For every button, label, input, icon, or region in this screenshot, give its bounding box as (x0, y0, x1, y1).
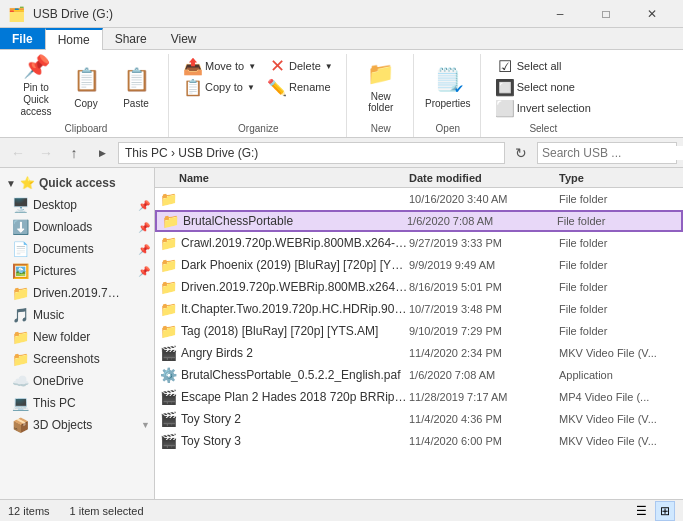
rename-button[interactable]: ✏️ Rename (263, 77, 338, 97)
sidebar-item-music[interactable]: 🎵 Music (0, 304, 154, 326)
sidebar-item-downloads[interactable]: ⬇️ Downloads 📌 (0, 216, 154, 238)
file-type: File folder (559, 237, 679, 249)
sidebar-item-documents[interactable]: 📄 Documents 📌 (0, 238, 154, 260)
paste-icon: 📋 (120, 64, 152, 96)
sidebar-item-new-folder[interactable]: 📁 New folder (0, 326, 154, 348)
select-all-button[interactable]: ☑ Select all (491, 56, 596, 76)
title-bar: 🗂️ USB Drive (G:) – □ ✕ (0, 0, 683, 28)
paste-button[interactable]: 📋 Paste (112, 56, 160, 116)
back-button[interactable]: ← (6, 141, 30, 165)
select-buttons: ☑ Select all 🔲 Select none ⬜ Invert sele… (491, 54, 596, 123)
ribbon-group-select: ☑ Select all 🔲 Select none ⬜ Invert sele… (483, 54, 604, 137)
recent-locations-button[interactable]: ▶ (90, 141, 114, 165)
tab-home[interactable]: Home (45, 28, 103, 50)
pin-icon-dl: 📌 (138, 222, 150, 233)
new-folder-button[interactable]: 📁 New folder (357, 56, 405, 116)
table-row[interactable]: 🎬 Toy Story 2 11/4/2020 4:36 PM MKV Vide… (155, 408, 683, 430)
table-row[interactable]: 📁 It.Chapter.Two.2019.720p.HC.HDRip.900.… (155, 298, 683, 320)
date-column-header[interactable]: Date modified (409, 172, 559, 184)
ribbon-tabs: File Home Share View (0, 28, 683, 50)
tab-share[interactable]: Share (103, 28, 159, 49)
ribbon-group-organize: 📤 Move to ▼ 📋 Copy to ▼ ✕ Delete ▼ ✏️ (171, 54, 347, 137)
onedrive-label: OneDrive (33, 374, 84, 388)
table-row[interactable]: 📁 Crawl.2019.720p.WEBRip.800MB.x264-Gal.… (155, 232, 683, 254)
large-icons-view-button[interactable]: ⊞ (655, 501, 675, 521)
file-date: 11/4/2020 6:00 PM (409, 435, 559, 447)
sidebar-item-onedrive[interactable]: ☁️ OneDrive (0, 370, 154, 392)
3dobjects-icon: 📦 (12, 417, 29, 433)
quick-access-label: Quick access (39, 176, 116, 190)
sidebar-item-3dobjects[interactable]: 📦 3D Objects ▼ (0, 414, 154, 436)
select-none-button[interactable]: 🔲 Select none (491, 77, 596, 97)
file-name: Toy Story 3 (181, 434, 409, 448)
app-icon: ⚙️ (159, 367, 177, 383)
table-row[interactable]: 🎬 Angry Birds 2 11/4/2020 2:34 PM MKV Vi… (155, 342, 683, 364)
organize-group-label: Organize (179, 123, 338, 137)
folder-icon: 📁 (159, 301, 177, 317)
address-path[interactable]: This PC › USB Drive (G:) (118, 142, 505, 164)
tab-view[interactable]: View (159, 28, 209, 49)
invert-selection-button[interactable]: ⬜ Invert selection (491, 98, 596, 118)
search-input[interactable] (542, 146, 683, 160)
table-row[interactable]: 📁 BrutalChessPortable 1/6/2020 7:08 AM F… (155, 210, 683, 232)
close-button[interactable]: ✕ (629, 0, 675, 28)
table-row[interactable]: 📁 Driven.2019.720p.WEBRip.800MB.x264-G..… (155, 276, 683, 298)
file-type: MKV Video File (V... (559, 347, 679, 359)
pin-quick-access-button[interactable]: 📌 Pin to Quick access (12, 56, 60, 116)
forward-button[interactable]: → (34, 141, 58, 165)
window-controls: – □ ✕ (537, 0, 675, 28)
sidebar-item-driven[interactable]: 📁 Driven.2019.720p (0, 282, 154, 304)
sidebar-item-desktop[interactable]: 🖥️ Desktop 📌 (0, 194, 154, 216)
file-name: Escape Plan 2 Hades 2018 720p BRRip 700.… (181, 390, 409, 404)
view-buttons: ☰ ⊞ (631, 501, 675, 521)
table-row[interactable]: 📁 Tag (2018) [BluRay] [720p] [YTS.AM] 9/… (155, 320, 683, 342)
quick-access-header[interactable]: ▼ ⭐ Quick access (0, 172, 154, 194)
properties-button[interactable]: 🗒️ ✔ Properties (424, 56, 472, 116)
move-dropdown-arrow: ▼ (248, 62, 256, 71)
copy-to-button[interactable]: 📋 Copy to ▼ (179, 77, 261, 97)
table-row[interactable]: 🎬 Toy Story 3 11/4/2020 6:00 PM MKV Vide… (155, 430, 683, 452)
maximize-button[interactable]: □ (583, 0, 629, 28)
select-none-icon: 🔲 (496, 78, 514, 96)
folder-icon: 📁 (159, 323, 177, 339)
documents-icon: 📄 (12, 241, 29, 257)
file-type: Application (559, 369, 679, 381)
search-box[interactable]: 🔍 (537, 142, 677, 164)
copy-button[interactable]: 📋 Copy (62, 56, 110, 116)
copy-to-icon: 📋 (184, 78, 202, 96)
tab-file[interactable]: File (0, 28, 45, 49)
file-name: BrutalChessPortable_0.5.2.2_English.paf (181, 368, 409, 382)
delete-button[interactable]: ✕ Delete ▼ (263, 56, 338, 76)
table-row[interactable]: 📁 10/16/2020 3:40 AM File folder (155, 188, 683, 210)
pictures-icon: 🖼️ (12, 263, 29, 279)
refresh-button[interactable]: ↻ (509, 141, 533, 165)
file-list-area: Name Date modified Type 📁 10/16/2020 3:4… (155, 168, 683, 499)
new-folder-nav-label: New folder (33, 330, 90, 344)
file-type: File folder (559, 303, 679, 315)
window-title: USB Drive (G:) (33, 7, 537, 21)
file-type: File folder (559, 281, 679, 293)
file-name: BrutalChessPortable (183, 214, 407, 228)
sidebar-item-thispc[interactable]: 💻 This PC (0, 392, 154, 414)
sidebar-item-pictures[interactable]: 🖼️ Pictures 📌 (0, 260, 154, 282)
properties-label: Properties (425, 98, 471, 109)
details-view-button[interactable]: ☰ (631, 501, 651, 521)
table-row[interactable]: ⚙️ BrutalChessPortable_0.5.2.2_English.p… (155, 364, 683, 386)
table-row[interactable]: 📁 Dark Phoenix (2019) [BluRay] [720p] [Y… (155, 254, 683, 276)
file-date: 11/4/2020 4:36 PM (409, 413, 559, 425)
address-bar: ← → ↑ ▶ This PC › USB Drive (G:) ↻ 🔍 (0, 138, 683, 168)
select-all-icon: ☑ (496, 57, 514, 75)
breadcrumb: This PC › USB Drive (G:) (125, 146, 258, 160)
name-column-header[interactable]: Name (159, 172, 409, 184)
paste-label: Paste (123, 98, 149, 109)
table-row[interactable]: 🎬 Escape Plan 2 Hades 2018 720p BRRip 70… (155, 386, 683, 408)
up-button[interactable]: ↑ (62, 141, 86, 165)
minimize-button[interactable]: – (537, 0, 583, 28)
type-column-header[interactable]: Type (559, 172, 679, 184)
move-to-button[interactable]: 📤 Move to ▼ (179, 56, 261, 76)
3dobjects-label: 3D Objects (33, 418, 92, 432)
file-type: MKV Video File (V... (559, 413, 679, 425)
file-date: 1/6/2020 7:08 AM (407, 215, 557, 227)
video-icon: 🎬 (159, 345, 177, 361)
sidebar-item-screenshots[interactable]: 📁 Screenshots (0, 348, 154, 370)
